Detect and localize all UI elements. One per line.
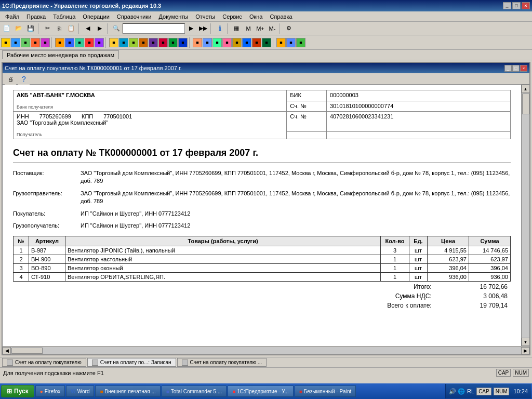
doc-scrollbar[interactable]: ▲ ▼ [521, 85, 529, 346]
tb2-19[interactable]: ■ [193, 38, 202, 47]
tb2-8[interactable]: ■ [75, 38, 84, 47]
cell-qty: 1 [381, 264, 409, 273]
tb2-20[interactable]: ■ [203, 38, 212, 47]
menu-service[interactable]: Сервис [219, 12, 245, 21]
task-2[interactable]: ■ Total Commander 5.... [162, 385, 227, 397]
tb-paste[interactable]: 📋 [65, 23, 77, 34]
col-unit: Ед. [409, 236, 428, 246]
toolbar-2: ■ ■ ■ ■ ■ ■ ■ ■ ■ ■ ■ ■ ■ ■ ■ ■ ■ ■ ■ ■ … [0, 35, 532, 50]
menu-windows[interactable]: Окна [246, 12, 266, 21]
task-3[interactable]: ■ 1С:Предприятие - У... [228, 385, 294, 397]
tb-go2[interactable]: ▶▶ [197, 23, 209, 34]
h-scrollbar[interactable]: ◀ ▶ [3, 346, 529, 354]
scroll-track[interactable] [522, 93, 530, 338]
scroll-thumb[interactable] [522, 94, 529, 114]
tb2-23[interactable]: ■ [232, 38, 242, 47]
tb2-29[interactable]: ■ [296, 38, 305, 47]
tb-copy[interactable]: ⎘ [54, 23, 65, 34]
task-firefox[interactable]: ● Firefox [35, 385, 65, 397]
task-4[interactable]: ■ Безымянный - Paint [295, 385, 356, 397]
tb2-1[interactable]: ■ [1, 38, 10, 47]
tb-search[interactable]: 🔍 [111, 23, 122, 34]
menu-references[interactable]: Справочники [114, 12, 155, 21]
menu-documents[interactable]: Документы [155, 12, 191, 21]
tb-info[interactable]: ℹ [214, 23, 225, 34]
tb2-11[interactable]: ■ [109, 38, 118, 47]
tb-calc[interactable]: ▦ [231, 23, 242, 34]
tb2-26[interactable]: ■ [262, 38, 271, 47]
doc-content[interactable]: АКБ "АВТ-БАНК" Г.МОСКВА Банк получателя … [3, 85, 521, 346]
tb2-13[interactable]: ■ [129, 38, 138, 47]
tb2-9[interactable]: ■ [85, 38, 94, 47]
tb-m-minus[interactable]: M- [267, 23, 278, 34]
close-button[interactable]: × [522, 2, 530, 9]
tb-new[interactable]: 📄 [1, 23, 12, 34]
tb2-27[interactable]: ■ [276, 38, 286, 47]
tb2-25[interactable]: ■ [252, 38, 261, 47]
tb-settings[interactable]: ⚙ [283, 23, 295, 34]
h-scroll-track[interactable] [11, 347, 521, 354]
supplier-row: Поставщик: ЗАО "Торговый дом Комплексный… [13, 169, 511, 185]
minimize-button[interactable]: _ [503, 2, 511, 9]
tb2-12[interactable]: ■ [119, 38, 128, 47]
col-num: № [14, 236, 29, 246]
search-input[interactable] [123, 23, 185, 34]
gruzootpravitel-row: Грузоотправитель: ЗАО "Торговый дом Комп… [13, 190, 511, 206]
menu-help[interactable]: Справка [267, 12, 295, 21]
tb-forward[interactable]: ▶ [94, 23, 105, 34]
menu-reports[interactable]: Отчеты [192, 12, 218, 21]
tb2-3[interactable]: ■ [21, 38, 30, 47]
cell-num: 3 [14, 264, 29, 273]
status-tab-3[interactable]: Счет на оплату покупателю ... [177, 358, 267, 367]
doc-minimize[interactable]: _ [504, 65, 512, 72]
tb2-5[interactable]: ■ [41, 38, 50, 47]
start-button[interactable]: ⊞ Пуск [1, 385, 34, 397]
tb2-14[interactable]: ■ [139, 38, 148, 47]
status-tab-2[interactable]: Счет на оплату по...: Записан [87, 358, 176, 367]
menu-operations[interactable]: Операции [79, 12, 112, 21]
tb-back[interactable]: ◀ [82, 23, 94, 34]
tb2-2[interactable]: ■ [11, 38, 20, 47]
doc-restore[interactable]: □ [512, 65, 520, 72]
doc-window-controls[interactable]: _ □ × [504, 65, 527, 72]
menu-file[interactable]: Файл [2, 12, 22, 21]
tb2-7[interactable]: ■ [65, 38, 74, 47]
scroll-up[interactable]: ▲ [522, 85, 530, 93]
menu-edit[interactable]: Правка [23, 12, 49, 21]
table-row: 2 ВН-900 Вентилятор настольный 1 шт 623,… [14, 255, 511, 264]
tb-cut[interactable]: ✂ [42, 23, 53, 34]
doc-tb-printer[interactable]: 🖨 [5, 73, 16, 85]
tb-go[interactable]: ▶ [185, 23, 197, 34]
maximize-button[interactable]: □ [512, 2, 521, 9]
itogo-value: 16 702,66 [435, 283, 510, 291]
tb-save[interactable]: 💾 [25, 23, 36, 34]
task-2-label: Total Commander 5.... [171, 389, 222, 394]
scroll-right[interactable]: ▶ [521, 347, 529, 354]
tb2-4[interactable]: ■ [31, 38, 40, 47]
task-1[interactable]: ■ Внешняя печатная ... [95, 385, 160, 397]
tb2-22[interactable]: ■ [222, 38, 232, 47]
doc-tb-question[interactable]: ? [18, 73, 30, 85]
tb2-28[interactable]: ■ [286, 38, 296, 47]
tray-area: 🔊 🌐 RL CAP NUM 10:24 [445, 384, 531, 398]
tb-m[interactable]: M [243, 23, 254, 34]
tb2-6[interactable]: ■ [55, 38, 64, 47]
scroll-left[interactable]: ◀ [3, 347, 11, 354]
tb-open[interactable]: 📂 [13, 23, 24, 34]
menu-table[interactable]: Таблица [50, 12, 78, 21]
task-word[interactable]: W Word [66, 385, 94, 397]
doc-close[interactable]: × [520, 65, 527, 72]
scroll-down[interactable]: ▼ [522, 338, 530, 346]
h-scroll-thumb[interactable] [11, 348, 43, 354]
manager-tab[interactable]: Рабочее место менеджера по продажам [2, 50, 119, 59]
tb2-10[interactable]: ■ [95, 38, 104, 47]
tb2-16[interactable]: ■ [158, 38, 168, 47]
tb2-18[interactable]: ■ [178, 38, 188, 47]
title-controls[interactable]: _ □ × [503, 2, 530, 9]
tb2-15[interactable]: ■ [149, 38, 158, 47]
tb2-17[interactable]: ■ [168, 38, 178, 47]
status-tab-1[interactable]: Счет на оплату покупателю [2, 358, 86, 367]
tb-m-plus[interactable]: M+ [255, 23, 266, 34]
tb2-21[interactable]: ■ [212, 38, 222, 47]
tb2-24[interactable]: ■ [242, 38, 251, 47]
